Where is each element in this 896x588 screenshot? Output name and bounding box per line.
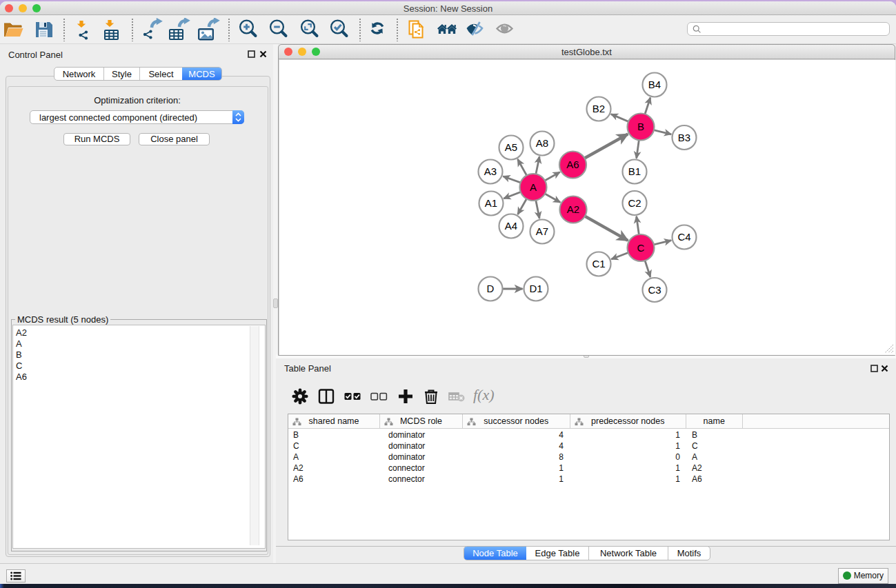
svg-text:B3: B3 xyxy=(678,132,690,143)
svg-text:B2: B2 xyxy=(593,103,605,114)
svg-text:C1: C1 xyxy=(592,258,605,270)
svg-text:A8: A8 xyxy=(536,137,548,149)
svg-text:C: C xyxy=(637,242,645,254)
svg-text:A6: A6 xyxy=(566,159,579,170)
svg-text:A4: A4 xyxy=(505,220,517,232)
svg-text:B: B xyxy=(637,121,644,132)
svg-text:D1: D1 xyxy=(529,283,542,294)
svg-text:B1: B1 xyxy=(628,165,641,177)
svg-text:C4: C4 xyxy=(677,231,690,243)
svg-text:D: D xyxy=(487,283,495,294)
svg-text:A7: A7 xyxy=(536,225,548,237)
svg-text:C3: C3 xyxy=(648,284,661,296)
svg-text:A2: A2 xyxy=(567,203,579,215)
svg-text:C2: C2 xyxy=(628,197,641,209)
svg-text:A1: A1 xyxy=(485,197,497,209)
svg-text:A: A xyxy=(530,181,537,193)
svg-text:A5: A5 xyxy=(505,141,517,153)
svg-text:A3: A3 xyxy=(484,165,497,177)
svg-text:B4: B4 xyxy=(648,79,661,90)
